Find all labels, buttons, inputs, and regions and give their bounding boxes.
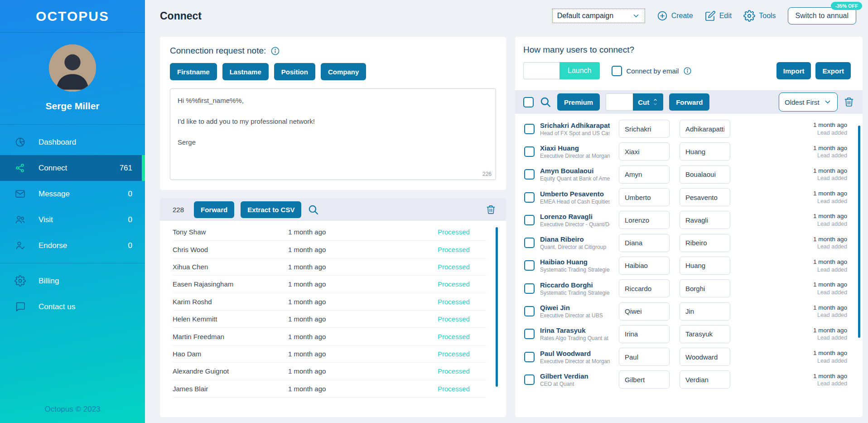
lead-checkbox[interactable] [524, 215, 535, 225]
lead-firstname-input[interactable] [619, 142, 670, 160]
edit-button[interactable]: Edit [705, 10, 732, 21]
processed-time: 1 month ago [288, 385, 438, 393]
processed-name: James Blair [173, 385, 288, 393]
lead-firstname-input[interactable] [619, 120, 670, 138]
lead-subtitle: Systematic Trading Strategies at G... [540, 290, 610, 296]
lead-checkbox[interactable] [524, 374, 535, 385]
token-button[interactable]: Firstname [170, 63, 217, 80]
lead-firstname-input[interactable] [619, 348, 670, 366]
lead-subtitle: CEO at Quant [540, 381, 610, 387]
users-count-input[interactable] [523, 62, 559, 79]
lead-checkbox[interactable] [524, 306, 535, 316]
sidebar-item[interactable]: Connect 761 [0, 155, 145, 181]
sidebar-item-label: Endorse [39, 241, 128, 250]
sort-select[interactable]: Oldest First [779, 92, 838, 112]
connection-note-card: Connection request note: Firstname Lastn… [160, 37, 506, 190]
select-all-checkbox[interactable] [523, 97, 534, 107]
lead-lastname-input[interactable] [680, 325, 730, 343]
sidebar-item[interactable]: Visit 0 [0, 207, 145, 233]
create-button[interactable]: Create [657, 10, 693, 21]
tools-button[interactable]: Tools [743, 10, 776, 22]
lead-checkbox[interactable] [524, 169, 535, 180]
lead-checkbox[interactable] [524, 124, 535, 134]
processed-scrollbar[interactable] [496, 227, 498, 387]
processed-row[interactable]: Helen Kemmitt 1 month ago Processed [173, 311, 486, 328]
lead-firstname-input[interactable] [619, 279, 670, 297]
lead-lastname-input[interactable] [680, 188, 730, 206]
lead-firstname-input[interactable] [619, 188, 670, 206]
lead-firstname-input[interactable] [619, 234, 670, 252]
lead-checkbox[interactable] [524, 283, 535, 294]
leads-scrollbar[interactable] [858, 126, 860, 338]
lead-lastname-input[interactable] [680, 120, 730, 138]
cut-stepper[interactable] [652, 98, 658, 106]
search-leads-button[interactable] [540, 96, 551, 108]
lead-time: 1 month ago [813, 349, 847, 357]
lead-firstname-input[interactable] [619, 370, 670, 389]
forward-button[interactable]: Forward [194, 201, 234, 218]
lead-firstname-input[interactable] [619, 257, 670, 275]
lead-checkbox[interactable] [524, 192, 535, 203]
processed-time: 1 month ago [288, 315, 438, 323]
processed-row[interactable]: Karim Roshd 1 month ago Processed [173, 293, 486, 311]
export-button[interactable]: Export [815, 62, 851, 79]
lead-lastname-input[interactable] [680, 279, 730, 297]
lead-lastname-input[interactable] [680, 142, 730, 160]
lead-checkbox[interactable] [524, 238, 535, 248]
chat-icon [14, 301, 26, 312]
lead-checkbox[interactable] [524, 146, 535, 157]
processed-row[interactable]: Easen Rajasingham 1 month ago Processed [173, 276, 486, 293]
lead-lastname-input[interactable] [680, 348, 730, 366]
info-icon[interactable] [683, 67, 692, 75]
processed-row[interactable]: Tony Shaw 1 month ago Processed [173, 224, 486, 241]
sidebar-item[interactable]: Endorse 0 [0, 233, 145, 258]
search-processed-button[interactable] [308, 204, 319, 215]
token-button[interactable]: Lastname [222, 63, 269, 80]
launch-row: Launch Connect by email Import Export [523, 62, 851, 79]
cut-count-input[interactable] [606, 93, 633, 111]
lead-firstname-input[interactable] [619, 165, 670, 184]
lead-checkbox[interactable] [524, 329, 535, 339]
note-textarea[interactable]: Hi %%first_name%%, I'd like to add you t… [170, 88, 496, 180]
processed-row[interactable]: Chris Wood 1 month ago Processed [173, 241, 486, 258]
processed-row[interactable]: Martin Freedman 1 month ago Processed [173, 328, 486, 345]
delete-leads-button[interactable] [844, 97, 854, 107]
launch-button[interactable]: Launch [559, 62, 600, 79]
extract-to-csv-button[interactable]: Extract to CSV [241, 201, 301, 218]
lead-lastname-input[interactable] [680, 370, 730, 389]
processed-row[interactable]: James Blair 1 month ago Processed [173, 380, 486, 398]
lead-checkbox[interactable] [524, 260, 535, 271]
premium-button[interactable]: Premium [557, 93, 600, 111]
lead-lastname-input[interactable] [680, 165, 730, 184]
token-button[interactable]: Company [321, 63, 366, 80]
sidebar: OCTOPUS Serge Miller Dashboard [0, 0, 145, 423]
processed-row[interactable]: Xihua Chen 1 month ago Processed [173, 258, 486, 276]
sidebar-item[interactable]: Contact us [0, 294, 145, 320]
delete-processed-button[interactable] [486, 204, 496, 215]
switch-to-annual-button[interactable]: Switch to annual -35% OFF [788, 7, 856, 24]
lead-row: Diana Ribeiro Quant, Director at Citigro… [515, 231, 863, 254]
forward-leads-button[interactable]: Forward [669, 93, 709, 111]
campaign-select[interactable]: Default campaign [552, 9, 645, 23]
lead-time: 1 month ago [813, 304, 847, 312]
lead-firstname-input[interactable] [619, 211, 670, 229]
sidebar-item[interactable]: Billing [0, 268, 145, 294]
sidebar-item[interactable]: Dashboard [0, 129, 145, 155]
processed-row[interactable]: Alexandre Guignot 1 month ago Processed [173, 363, 486, 380]
lead-lastname-input[interactable] [680, 211, 730, 229]
lead-name: Riccardo Borghi [540, 281, 610, 289]
sidebar-item[interactable]: Message 0 [0, 181, 145, 207]
import-button[interactable]: Import [776, 62, 811, 79]
token-button[interactable]: Position [274, 63, 315, 80]
lead-lastname-input[interactable] [680, 302, 730, 321]
processed-row[interactable]: Hao Dam 1 month ago Processed [173, 345, 486, 363]
lead-lastname-input[interactable] [680, 257, 730, 275]
cut-button[interactable]: Cut [633, 93, 663, 111]
info-icon[interactable] [270, 46, 280, 56]
lead-firstname-input[interactable] [619, 302, 670, 321]
connect-by-email-checkbox[interactable] [612, 66, 622, 76]
lead-identity: Qiwei Jin Executive Director at UBS [540, 304, 610, 319]
lead-lastname-input[interactable] [680, 234, 730, 252]
lead-checkbox[interactable] [524, 352, 535, 362]
lead-firstname-input[interactable] [619, 325, 670, 343]
